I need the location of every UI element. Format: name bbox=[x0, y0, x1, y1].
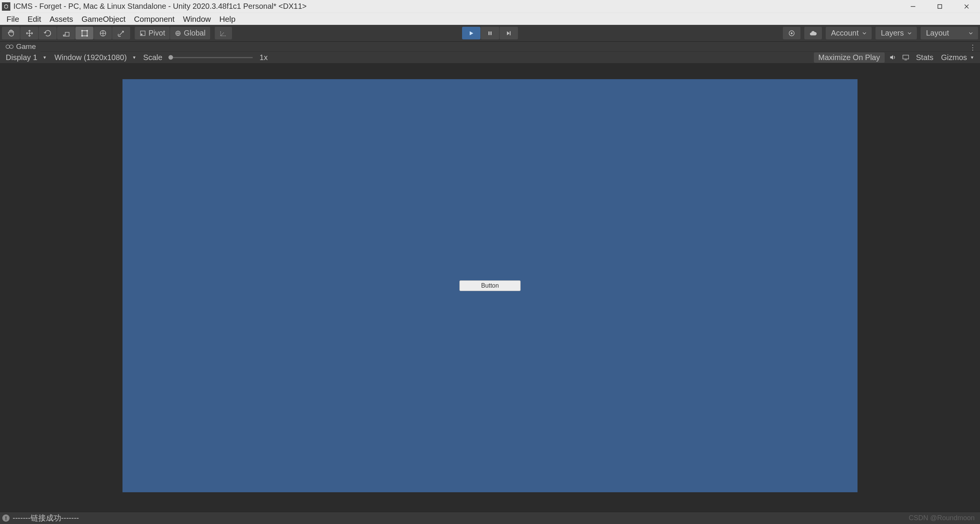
chevron-down-icon bbox=[862, 31, 866, 35]
gizmos-dropdown[interactable]: Gizmos ▼ bbox=[937, 52, 978, 63]
tab-game-label: Game bbox=[16, 42, 36, 51]
chevron-down-icon: ▼ bbox=[42, 55, 47, 60]
panel-tab-row: Game ⋮ bbox=[0, 41, 980, 51]
maximize-on-play-toggle[interactable]: Maximize On Play bbox=[814, 52, 885, 63]
scale-value: 1x bbox=[256, 53, 268, 62]
status-message[interactable]: -------链接成功------- bbox=[13, 513, 79, 523]
rect-tool-button[interactable] bbox=[75, 27, 93, 39]
transform-tool-button[interactable] bbox=[94, 27, 112, 39]
game-control-bar: Display 1 ▼ Window (1920x1080) ▼ Scale 1… bbox=[0, 51, 980, 63]
scale-tool-button[interactable] bbox=[57, 27, 75, 39]
display-dropdown[interactable]: Display 1 ▼ bbox=[2, 52, 51, 63]
main-toolbar: Pivot Global Account bbox=[0, 25, 980, 41]
mute-audio-toggle[interactable] bbox=[886, 52, 899, 63]
tab-game[interactable]: Game bbox=[1, 42, 41, 52]
window-minimize-button[interactable] bbox=[900, 0, 926, 13]
svg-point-6 bbox=[82, 30, 83, 31]
svg-point-12 bbox=[141, 34, 142, 35]
window-maximize-button[interactable] bbox=[926, 0, 953, 13]
snap-toggle[interactable] bbox=[215, 27, 232, 39]
svg-point-7 bbox=[87, 30, 88, 31]
window-close-button[interactable] bbox=[953, 0, 980, 13]
info-icon: ! bbox=[2, 514, 10, 522]
svg-point-9 bbox=[87, 35, 88, 36]
svg-point-20 bbox=[6, 45, 10, 48]
pivot-toggle[interactable]: Pivot bbox=[135, 27, 170, 39]
scale-slider[interactable] bbox=[168, 57, 253, 58]
account-label: Account bbox=[831, 29, 859, 37]
game-ui-button-label: Button bbox=[481, 282, 499, 289]
pause-button[interactable] bbox=[481, 27, 499, 39]
svg-rect-17 bbox=[510, 31, 511, 35]
menu-file[interactable]: File bbox=[2, 13, 23, 25]
play-button[interactable] bbox=[462, 27, 480, 39]
window-title-bar: ICMS - Forget - PC, Mac & Linux Standalo… bbox=[0, 0, 980, 13]
svg-rect-16 bbox=[490, 31, 492, 35]
svg-rect-1 bbox=[938, 5, 942, 8]
main-menu-bar: File Edit Assets GameObject Component Wi… bbox=[0, 13, 980, 25]
menu-component[interactable]: Component bbox=[130, 13, 179, 25]
layers-label: Layers bbox=[881, 29, 904, 37]
chevron-down-icon bbox=[908, 31, 911, 35]
menu-gameobject[interactable]: GameObject bbox=[77, 13, 130, 25]
window-title: ICMS - Forget - PC, Mac & Linux Standalo… bbox=[13, 2, 900, 11]
gizmos-label: Gizmos bbox=[941, 53, 967, 62]
scale-slider-thumb[interactable] bbox=[168, 55, 173, 60]
svg-point-19 bbox=[791, 33, 792, 34]
layout-dropdown[interactable]: Layout bbox=[921, 27, 978, 39]
maximize-label: Maximize On Play bbox=[818, 53, 880, 62]
hand-tool-button[interactable] bbox=[2, 27, 20, 39]
scale-label: Scale bbox=[140, 53, 165, 62]
stats-toggle[interactable]: Stats bbox=[912, 52, 938, 63]
chevron-down-icon bbox=[969, 31, 973, 35]
layers-dropdown[interactable]: Layers bbox=[875, 27, 917, 39]
svg-rect-4 bbox=[65, 32, 69, 36]
panel-menu-button[interactable]: ⋮ bbox=[967, 42, 978, 52]
unity-app-icon bbox=[2, 2, 10, 11]
game-ui-button[interactable]: Button bbox=[459, 280, 521, 291]
svg-point-8 bbox=[82, 35, 83, 36]
game-viewport-shell: Button bbox=[0, 63, 980, 512]
svg-rect-22 bbox=[903, 55, 908, 59]
move-tool-button[interactable] bbox=[20, 27, 38, 39]
game-icon bbox=[5, 44, 14, 49]
svg-rect-5 bbox=[82, 31, 87, 36]
menu-window[interactable]: Window bbox=[179, 13, 215, 25]
menu-help[interactable]: Help bbox=[215, 13, 240, 25]
account-dropdown[interactable]: Account bbox=[826, 27, 872, 39]
global-toggle[interactable]: Global bbox=[170, 27, 210, 39]
menu-edit[interactable]: Edit bbox=[23, 13, 45, 25]
chevron-down-icon: ▼ bbox=[132, 55, 136, 60]
pivot-label: Pivot bbox=[149, 29, 165, 37]
step-button[interactable] bbox=[500, 27, 518, 39]
vsync-toggle[interactable] bbox=[899, 52, 912, 63]
rotate-tool-button[interactable] bbox=[39, 27, 57, 39]
cloud-button[interactable] bbox=[804, 27, 822, 39]
collab-button[interactable] bbox=[783, 27, 800, 39]
global-label: Global bbox=[184, 29, 205, 37]
layout-label: Layout bbox=[926, 29, 949, 37]
stats-label: Stats bbox=[916, 53, 934, 62]
custom-tool-button[interactable] bbox=[112, 27, 130, 39]
chevron-down-icon: ▼ bbox=[970, 55, 974, 60]
watermark-text: CSDN @Roundmoon bbox=[909, 514, 978, 522]
resolution-label: Window (1920x1080) bbox=[54, 53, 127, 62]
resolution-dropdown[interactable]: Window (1920x1080) ▼ bbox=[51, 52, 140, 63]
menu-assets[interactable]: Assets bbox=[45, 13, 77, 25]
svg-point-21 bbox=[10, 45, 13, 48]
status-bar: ! -------链接成功------- CSDN @Roundmoon bbox=[0, 512, 980, 524]
display-label: Display 1 bbox=[6, 53, 37, 62]
svg-rect-15 bbox=[488, 31, 490, 35]
game-canvas[interactable]: Button bbox=[122, 79, 858, 492]
